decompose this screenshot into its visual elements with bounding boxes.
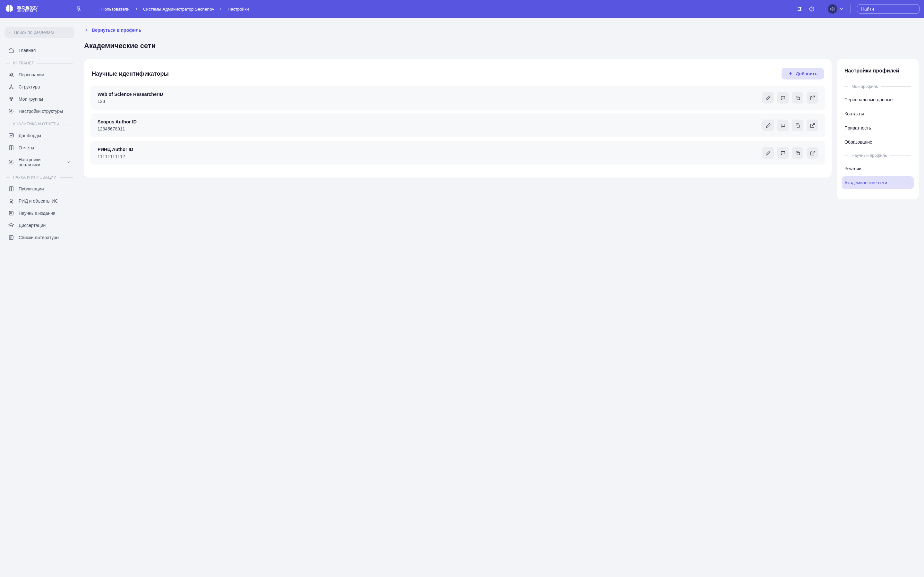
sidebar-item-reports[interactable]: Отчеты <box>5 142 74 154</box>
edit-button[interactable] <box>762 147 774 159</box>
breadcrumb: Пользователи Системы Администратор Seche… <box>102 7 249 11</box>
comment-button[interactable] <box>777 147 788 159</box>
sidebar-item-structure-settings[interactable]: Настройки структуры <box>5 105 74 117</box>
open-button[interactable] <box>806 92 818 103</box>
brain-logo-icon <box>5 4 14 14</box>
sidebar-item-my-groups[interactable]: Мои группы <box>5 93 74 105</box>
settings-link-privacy[interactable]: Приватность <box>842 121 914 134</box>
sidebar-item-publications[interactable]: Публикации <box>5 183 74 195</box>
sidebar-item-label: Диссертации <box>19 223 45 228</box>
sidebar-item-label: Мои группы <box>19 97 43 102</box>
sidebar-item-personalii[interactable]: Персоналии <box>5 69 74 81</box>
copy-icon <box>795 150 800 156</box>
logo[interactable]: SECHENOV UNIVERSITY <box>5 4 38 14</box>
svg-point-18 <box>11 85 12 85</box>
external-link-icon <box>810 123 815 128</box>
sidebar-item-journals[interactable]: Научные издания <box>5 207 74 219</box>
sidebar-item-label: Научные издания <box>19 211 55 216</box>
svg-point-4 <box>798 7 799 8</box>
comment-button[interactable] <box>777 92 788 103</box>
newspaper-icon <box>8 210 14 216</box>
svg-point-24 <box>11 111 12 112</box>
chevron-right-icon <box>134 7 139 11</box>
sidebar-section-science: НАУКА И ИННОВАЦИИ <box>5 171 74 183</box>
chevron-left-icon <box>84 28 89 32</box>
sidebar-item-dashboards[interactable]: Дашборды <box>5 129 74 142</box>
edit-button[interactable] <box>762 92 774 103</box>
divider <box>850 5 851 13</box>
copy-button[interactable] <box>792 92 803 103</box>
settings-link-contacts[interactable]: Контакты <box>842 107 914 120</box>
sidebar-item-bibliography[interactable]: Списки литературы <box>5 231 74 243</box>
sidebar-item-label: Настройки аналитики <box>19 157 62 167</box>
sidebar-section-label: НАУКА И ИННОВАЦИИ <box>13 175 57 179</box>
sidebar-section-analytics: АНАЛИТИКА И ОТЧЕТЫ <box>5 117 74 129</box>
sidebar-item-home[interactable]: Главная <box>5 44 74 56</box>
pin-icon[interactable] <box>76 6 81 12</box>
external-link-icon <box>810 150 815 156</box>
settings-link-personal[interactable]: Персональные данные <box>842 93 914 106</box>
sidebar-item-dissertations[interactable]: Диссертации <box>5 219 74 231</box>
add-identifier-button[interactable]: Добавить <box>782 68 824 79</box>
add-button-label: Добавить <box>796 71 817 76</box>
chevron-down-icon <box>66 160 71 164</box>
dashboard-icon <box>8 133 14 139</box>
comment-icon <box>780 95 786 101</box>
logo-text-1: SECHENOV <box>17 6 38 9</box>
sidebar-item-label: РИД и объекты ИС <box>19 198 58 203</box>
identifier-row: Scopus Author ID 12345678911 <box>90 113 825 137</box>
settings-section-label: Мой профиль <box>851 84 878 89</box>
chevron-down-icon <box>839 7 844 11</box>
identifier-label: Scopus Author ID <box>97 119 762 124</box>
main-content: Вернуться в профиль Академические сети Н… <box>79 18 924 253</box>
identifier-value: 12345678911 <box>97 126 762 131</box>
pencil-icon <box>766 123 771 128</box>
sidebar-search-input[interactable] <box>14 30 70 35</box>
external-link-icon <box>810 95 815 101</box>
global-search[interactable] <box>857 4 919 14</box>
sidebar-search[interactable] <box>5 27 74 38</box>
svg-point-10 <box>831 8 834 11</box>
sidebar-item-label: Персоналии <box>19 72 44 77</box>
svg-point-22 <box>11 97 13 99</box>
user-menu[interactable] <box>828 4 844 14</box>
back-to-profile-link[interactable]: Вернуться в профиль <box>84 27 142 33</box>
svg-line-15 <box>10 33 10 33</box>
identifiers-card: Научные идентификаторы Добавить Web of S… <box>84 59 832 177</box>
sidebar-item-structure[interactable]: Структура <box>5 81 74 93</box>
identifier-label: РИНЦ Author ID <box>97 147 762 152</box>
plus-icon <box>788 71 793 76</box>
breadcrumb-item-2[interactable]: Настройки <box>228 7 249 11</box>
open-button[interactable] <box>806 119 818 131</box>
sidebar-item-label: Главная <box>19 48 36 53</box>
open-button[interactable] <box>806 147 818 159</box>
copy-button[interactable] <box>792 119 803 131</box>
sidebar-item-label: Дашборды <box>19 133 41 138</box>
svg-point-19 <box>9 88 10 89</box>
gear-icon <box>8 108 14 114</box>
settings-sliders-icon[interactable] <box>796 6 803 12</box>
page-title: Академические сети <box>84 42 919 50</box>
settings-link-education[interactable]: Образование <box>842 135 914 148</box>
sidebar-item-rid[interactable]: РИД и объекты ИС <box>5 195 74 207</box>
users-icon <box>8 72 14 77</box>
breadcrumb-item-1[interactable]: Системы Администратор Sechenov <box>143 7 214 11</box>
breadcrumb-item-0[interactable]: Пользователи <box>102 7 129 11</box>
copy-icon <box>795 123 800 128</box>
comment-button[interactable] <box>777 119 788 131</box>
identifier-value: 123 <box>97 99 762 104</box>
chevron-right-icon <box>218 7 223 11</box>
settings-link-regalia[interactable]: Регалии <box>842 162 914 175</box>
settings-link-academic-networks[interactable]: Академические сети <box>842 176 914 189</box>
global-search-input[interactable] <box>861 6 917 11</box>
copy-button[interactable] <box>792 147 803 159</box>
svg-point-16 <box>10 73 11 75</box>
sidebar-item-analytics-settings[interactable]: Настройки аналитики <box>5 154 74 171</box>
edit-button[interactable] <box>762 119 774 131</box>
settings-section-label: Научный профиль <box>851 153 887 158</box>
fingerprint-icon <box>830 6 835 12</box>
identifier-value: 11111111112 <box>97 154 762 159</box>
help-icon[interactable] <box>809 6 814 12</box>
settings-panel: Настройки профилей Мой профиль Персональ… <box>837 59 919 199</box>
search-icon <box>9 30 11 35</box>
